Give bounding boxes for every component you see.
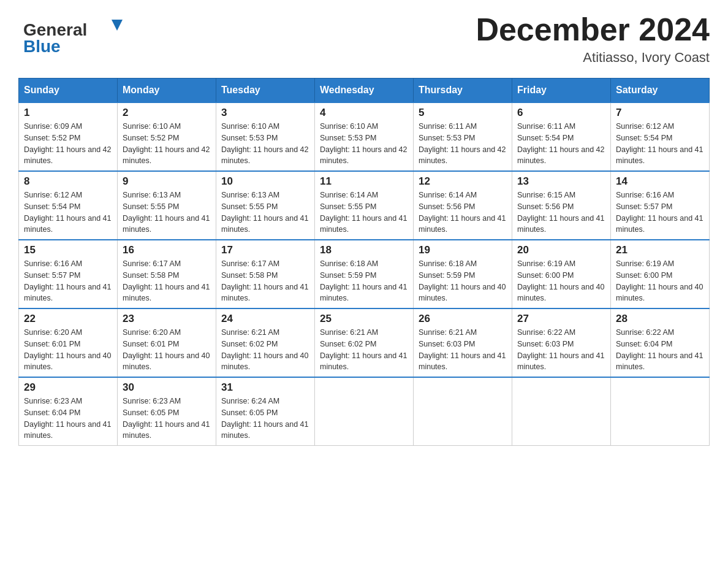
- calendar-cell: [414, 377, 512, 446]
- calendar-cell: 3 Sunrise: 6:10 AM Sunset: 5:53 PM Dayli…: [216, 102, 315, 171]
- day-number: 2: [123, 107, 211, 119]
- calendar-cell: 8 Sunrise: 6:12 AM Sunset: 5:54 PM Dayli…: [19, 171, 118, 240]
- calendar-cell: [315, 377, 414, 446]
- weekday-header-row: SundayMondayTuesdayWednesdayThursdayFrid…: [19, 79, 710, 103]
- calendar-cell: 22 Sunrise: 6:20 AM Sunset: 6:01 PM Dayl…: [19, 308, 118, 377]
- day-number: 19: [419, 244, 507, 256]
- calendar-cell: 17 Sunrise: 6:17 AM Sunset: 5:58 PM Dayl…: [216, 240, 315, 308]
- day-info: Sunrise: 6:22 AM Sunset: 6:04 PM Dayligh…: [616, 327, 704, 373]
- calendar-cell: 19 Sunrise: 6:18 AM Sunset: 5:59 PM Dayl…: [414, 240, 512, 308]
- day-info: Sunrise: 6:10 AM Sunset: 5:53 PM Dayligh…: [320, 121, 408, 167]
- week-row-5: 29 Sunrise: 6:23 AM Sunset: 6:04 PM Dayl…: [19, 377, 710, 446]
- day-number: 20: [517, 244, 605, 256]
- day-number: 4: [320, 107, 408, 119]
- day-info: Sunrise: 6:09 AM Sunset: 5:52 PM Dayligh…: [24, 121, 112, 167]
- weekday-header-wednesday: Wednesday: [315, 79, 414, 103]
- calendar-cell: 25 Sunrise: 6:21 AM Sunset: 6:02 PM Dayl…: [315, 308, 414, 377]
- day-info: Sunrise: 6:10 AM Sunset: 5:53 PM Dayligh…: [221, 121, 309, 167]
- day-number: 30: [123, 381, 211, 394]
- day-info: Sunrise: 6:10 AM Sunset: 5:52 PM Dayligh…: [123, 121, 211, 167]
- day-info: Sunrise: 6:17 AM Sunset: 5:58 PM Dayligh…: [123, 258, 211, 304]
- svg-marker-1: [112, 20, 123, 31]
- calendar-cell: 18 Sunrise: 6:18 AM Sunset: 5:59 PM Dayl…: [315, 240, 414, 308]
- day-number: 1: [24, 107, 112, 119]
- day-number: 5: [419, 107, 507, 119]
- calendar-cell: 30 Sunrise: 6:23 AM Sunset: 6:05 PM Dayl…: [118, 377, 216, 446]
- calendar-cell: [512, 377, 611, 446]
- day-number: 16: [123, 244, 211, 256]
- day-number: 10: [221, 175, 309, 188]
- day-number: 27: [517, 313, 605, 325]
- week-row-4: 22 Sunrise: 6:20 AM Sunset: 6:01 PM Dayl…: [19, 308, 710, 377]
- calendar-cell: 15 Sunrise: 6:16 AM Sunset: 5:57 PM Dayl…: [19, 240, 118, 308]
- day-number: 9: [123, 175, 211, 188]
- logo-svg: General Blue: [18, 12, 123, 58]
- day-info: Sunrise: 6:23 AM Sunset: 6:05 PM Dayligh…: [123, 396, 211, 442]
- day-number: 31: [221, 381, 309, 394]
- day-number: 23: [123, 313, 211, 325]
- calendar-cell: 7 Sunrise: 6:12 AM Sunset: 5:54 PM Dayli…: [611, 102, 710, 171]
- day-info: Sunrise: 6:19 AM Sunset: 6:00 PM Dayligh…: [616, 258, 704, 304]
- calendar-cell: 9 Sunrise: 6:13 AM Sunset: 5:55 PM Dayli…: [118, 171, 216, 240]
- calendar-cell: [611, 377, 710, 446]
- day-info: Sunrise: 6:13 AM Sunset: 5:55 PM Dayligh…: [221, 190, 309, 236]
- week-row-2: 8 Sunrise: 6:12 AM Sunset: 5:54 PM Dayli…: [19, 171, 710, 240]
- calendar-cell: 20 Sunrise: 6:19 AM Sunset: 6:00 PM Dayl…: [512, 240, 611, 308]
- calendar-cell: 24 Sunrise: 6:21 AM Sunset: 6:02 PM Dayl…: [216, 308, 315, 377]
- week-row-3: 15 Sunrise: 6:16 AM Sunset: 5:57 PM Dayl…: [19, 240, 710, 308]
- day-info: Sunrise: 6:20 AM Sunset: 6:01 PM Dayligh…: [123, 327, 211, 373]
- calendar-cell: 26 Sunrise: 6:21 AM Sunset: 6:03 PM Dayl…: [414, 308, 512, 377]
- day-info: Sunrise: 6:11 AM Sunset: 5:53 PM Dayligh…: [419, 121, 507, 167]
- day-info: Sunrise: 6:12 AM Sunset: 5:54 PM Dayligh…: [24, 190, 112, 236]
- day-number: 21: [616, 244, 704, 256]
- svg-text:Blue: Blue: [23, 37, 61, 56]
- calendar-cell: 6 Sunrise: 6:11 AM Sunset: 5:54 PM Dayli…: [512, 102, 611, 171]
- day-number: 8: [24, 175, 112, 188]
- day-info: Sunrise: 6:18 AM Sunset: 5:59 PM Dayligh…: [320, 258, 408, 304]
- weekday-header-monday: Monday: [118, 79, 216, 103]
- calendar-cell: 11 Sunrise: 6:14 AM Sunset: 5:55 PM Dayl…: [315, 171, 414, 240]
- calendar-cell: 10 Sunrise: 6:13 AM Sunset: 5:55 PM Dayl…: [216, 171, 315, 240]
- calendar-cell: 13 Sunrise: 6:15 AM Sunset: 5:56 PM Dayl…: [512, 171, 611, 240]
- calendar-cell: 2 Sunrise: 6:10 AM Sunset: 5:52 PM Dayli…: [118, 102, 216, 171]
- day-number: 14: [616, 175, 704, 188]
- calendar-cell: 23 Sunrise: 6:20 AM Sunset: 6:01 PM Dayl…: [118, 308, 216, 377]
- day-number: 26: [419, 313, 507, 325]
- day-info: Sunrise: 6:16 AM Sunset: 5:57 PM Dayligh…: [24, 258, 112, 304]
- calendar-cell: 4 Sunrise: 6:10 AM Sunset: 5:53 PM Dayli…: [315, 102, 414, 171]
- calendar-cell: 12 Sunrise: 6:14 AM Sunset: 5:56 PM Dayl…: [414, 171, 512, 240]
- title-block: December 2024 Atitiasso, Ivory Coast: [476, 12, 710, 66]
- calendar-cell: 29 Sunrise: 6:23 AM Sunset: 6:04 PM Dayl…: [19, 377, 118, 446]
- calendar-cell: 27 Sunrise: 6:22 AM Sunset: 6:03 PM Dayl…: [512, 308, 611, 377]
- weekday-header-saturday: Saturday: [611, 79, 710, 103]
- weekday-header-sunday: Sunday: [19, 79, 118, 103]
- day-info: Sunrise: 6:14 AM Sunset: 5:56 PM Dayligh…: [419, 190, 507, 236]
- day-number: 13: [517, 175, 605, 188]
- day-number: 25: [320, 313, 408, 325]
- day-info: Sunrise: 6:16 AM Sunset: 5:57 PM Dayligh…: [616, 190, 704, 236]
- day-info: Sunrise: 6:21 AM Sunset: 6:02 PM Dayligh…: [320, 327, 408, 373]
- day-number: 18: [320, 244, 408, 256]
- day-number: 12: [419, 175, 507, 188]
- weekday-header-tuesday: Tuesday: [216, 79, 315, 103]
- day-info: Sunrise: 6:22 AM Sunset: 6:03 PM Dayligh…: [517, 327, 605, 373]
- day-number: 11: [320, 175, 408, 188]
- day-number: 7: [616, 107, 704, 119]
- day-info: Sunrise: 6:17 AM Sunset: 5:58 PM Dayligh…: [221, 258, 309, 304]
- day-number: 17: [221, 244, 309, 256]
- calendar-cell: 5 Sunrise: 6:11 AM Sunset: 5:53 PM Dayli…: [414, 102, 512, 171]
- page-header: General Blue December 2024 Atitiasso, Iv…: [18, 12, 710, 66]
- day-number: 29: [24, 381, 112, 394]
- day-info: Sunrise: 6:18 AM Sunset: 5:59 PM Dayligh…: [419, 258, 507, 304]
- location-title: Atitiasso, Ivory Coast: [476, 50, 710, 66]
- day-number: 15: [24, 244, 112, 256]
- weekday-header-thursday: Thursday: [414, 79, 512, 103]
- day-info: Sunrise: 6:14 AM Sunset: 5:55 PM Dayligh…: [320, 190, 408, 236]
- calendar-cell: 14 Sunrise: 6:16 AM Sunset: 5:57 PM Dayl…: [611, 171, 710, 240]
- week-row-1: 1 Sunrise: 6:09 AM Sunset: 5:52 PM Dayli…: [19, 102, 710, 171]
- calendar-cell: 21 Sunrise: 6:19 AM Sunset: 6:00 PM Dayl…: [611, 240, 710, 308]
- day-info: Sunrise: 6:11 AM Sunset: 5:54 PM Dayligh…: [517, 121, 605, 167]
- logo: General Blue: [18, 12, 123, 58]
- calendar-cell: 16 Sunrise: 6:17 AM Sunset: 5:58 PM Dayl…: [118, 240, 216, 308]
- day-info: Sunrise: 6:19 AM Sunset: 6:00 PM Dayligh…: [517, 258, 605, 304]
